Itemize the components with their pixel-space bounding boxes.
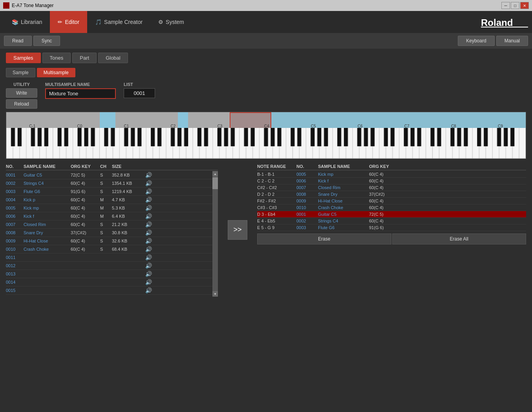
- sample-table-row[interactable]: 0004 Kick p 60(C 4) M 4.7 KB 🔊: [6, 196, 212, 204]
- th-ch: CH: [100, 164, 112, 169]
- bottom-section: NO. SAMPLE NAME ORG KEY CH SIZE 0001 Gui…: [6, 163, 526, 297]
- tab-samples[interactable]: Samples: [6, 53, 41, 63]
- reload-button[interactable]: Reload: [6, 99, 37, 109]
- speaker-icon[interactable]: 🔊: [145, 180, 155, 186]
- editor-icon: ✏: [58, 19, 62, 25]
- ms-th-range: NOTE RANGE: [257, 164, 296, 169]
- speaker-icon[interactable]: 🔊: [145, 221, 155, 228]
- sample-table-row[interactable]: 0006 Kick f 60(C 4) M 6.4 KB 🔊: [6, 212, 212, 221]
- app-icon: [3, 2, 9, 9]
- piano-canvas[interactable]: [6, 128, 526, 159]
- sample-table-row[interactable]: 0012 🔊: [6, 262, 212, 270]
- nav-editor[interactable]: ✏ Editor: [50, 11, 87, 33]
- th-name: SAMPLE NAME: [24, 164, 71, 169]
- keyboard-container: C-1 C0 C1 C2 C3 C4 C5 C6 C7 C8 C9 /* whi…: [6, 112, 526, 159]
- nav-sample-creator-label: Sample Creator: [104, 19, 143, 25]
- sample-table-container: NO. SAMPLE NAME ORG KEY CH SIZE 0001 Gui…: [6, 163, 218, 297]
- nav-librarian[interactable]: 📚 Librarian: [4, 11, 50, 33]
- ms-table-header: NOTE RANGE NO. SAMPLE NAME ORG KEY: [257, 163, 526, 170]
- multisample-name-label: MULTISAMPLE NAME: [45, 82, 116, 87]
- nav-editor-label: Editor: [65, 19, 79, 25]
- th-no: NO.: [6, 164, 24, 169]
- manual-button[interactable]: Manual: [496, 36, 528, 46]
- sample-table-row[interactable]: 0007 Closed Rim 60(C 4) S 21.2 KB 🔊: [6, 221, 212, 229]
- speaker-icon[interactable]: 🔊: [145, 287, 155, 294]
- ms-table-row[interactable]: C#2 - C#2 0007 Closed Rim 60(C 4): [257, 184, 526, 191]
- nav-system[interactable]: ⚙ System: [150, 11, 192, 33]
- sample-table-row[interactable]: 0008 Snare Dry 37(C#2) S 30.8 KB 🔊: [6, 229, 212, 237]
- sample-creator-icon: 🎵: [95, 19, 102, 25]
- roland-logo: Roland: [481, 16, 528, 28]
- list-value: 0001: [124, 88, 155, 98]
- ms-table-row[interactable]: C 2 - C 2 0006 Kick f 60(C 4): [257, 178, 526, 184]
- multisample-name-input[interactable]: [45, 88, 116, 99]
- ms-table-row[interactable]: E 4 - Eb5 0002 Strings C4 60(C 4): [257, 218, 526, 224]
- sample-table-row[interactable]: 0015 🔊: [6, 286, 212, 295]
- speaker-icon[interactable]: 🔊: [145, 279, 155, 285]
- title-bar: E-A7 Tone Manager ─ □ ✕: [0, 0, 532, 11]
- sample-table-row[interactable]: 0010 Crash Choke 60(C 4) S 68.4 KB 🔊: [6, 245, 212, 253]
- nav-bar: 📚 Librarian ✏ Editor 🎵 Sample Creator ⚙ …: [0, 11, 532, 33]
- ms-table-row[interactable]: D 3 - Eb4 0001 Guitar C5 72(C 5): [257, 211, 526, 218]
- speaker-icon[interactable]: 🔊: [145, 238, 155, 244]
- toolbar: Read Sync Keyboard Manual: [0, 33, 532, 49]
- speaker-icon[interactable]: 🔊: [145, 205, 155, 211]
- sample-table-scrollbar[interactable]: ▲ ▼: [212, 171, 218, 297]
- tab-tones[interactable]: Tones: [42, 53, 71, 63]
- tab-global[interactable]: Global: [98, 53, 128, 63]
- keyboard-button[interactable]: Keyboard: [458, 36, 494, 46]
- speaker-icon[interactable]: 🔊: [145, 230, 155, 236]
- write-button[interactable]: Write: [6, 88, 37, 98]
- sync-button[interactable]: Sync: [33, 36, 60, 46]
- th-orgkey: ORG KEY: [71, 164, 100, 169]
- sample-table-row[interactable]: 0005 Kick mp 60(C 4) M 5.3 KB 🔊: [6, 204, 212, 212]
- svg-rect-1: [481, 27, 528, 27]
- ms-table-row[interactable]: C#3 - C#3 0010 Crash Choke 60(C 4): [257, 204, 526, 211]
- multisample-table-container: NOTE RANGE NO. SAMPLE NAME ORG KEY B-1 -…: [257, 163, 526, 297]
- tab-row: Samples Tones Part Global: [6, 53, 526, 63]
- multisample-name-group: MULTISAMPLE NAME: [45, 82, 116, 99]
- add-to-multisample-button[interactable]: >>: [228, 220, 247, 240]
- sub-tab-row: Sample Multisample: [6, 68, 526, 77]
- sub-tab-multisample[interactable]: Multisample: [37, 68, 75, 77]
- speaker-icon[interactable]: 🔊: [145, 271, 155, 277]
- erase-row: Erase Erase All: [257, 233, 526, 244]
- ms-table-row[interactable]: B-1 - B-1 0005 Kick mp 60(C 4): [257, 171, 526, 178]
- ms-table-row[interactable]: F#2 - F#2 0009 Hi-Hat Close 60(C 4): [257, 198, 526, 204]
- sample-table-row[interactable]: 0002 Strings C4 60(C 4) S 1354.1 KB 🔊: [6, 179, 212, 188]
- utility-row: UTILITY Write Reload MULTISAMPLE NAME LI…: [6, 82, 526, 109]
- sub-tab-sample[interactable]: Sample: [6, 68, 35, 77]
- speaker-icon[interactable]: 🔊: [145, 213, 155, 219]
- ms-table-row[interactable]: E 5 - G 9 0003 Flute G6 91(G 6): [257, 224, 526, 231]
- ms-table-body[interactable]: B-1 - B-1 0005 Kick mp 60(C 4) C 2 - C 2…: [257, 171, 526, 231]
- tab-part[interactable]: Part: [72, 53, 97, 63]
- speaker-icon[interactable]: 🔊: [145, 246, 155, 252]
- erase-all-button[interactable]: Erase All: [392, 233, 527, 244]
- utility-label: UTILITY: [6, 82, 37, 87]
- list-group: LIST 0001: [124, 82, 155, 98]
- restore-button[interactable]: □: [511, 2, 519, 9]
- close-button[interactable]: ✕: [520, 2, 529, 9]
- speaker-icon[interactable]: 🔊: [145, 254, 155, 261]
- speaker-icon[interactable]: 🔊: [145, 172, 155, 178]
- sample-table-body[interactable]: 0001 Guitar C5 72(C 5) S 352.8 KB 🔊 0002…: [6, 171, 212, 297]
- nav-sample-creator[interactable]: 🎵 Sample Creator: [87, 11, 150, 33]
- ms-th-name: SAMPLE NAME: [318, 164, 369, 169]
- speaker-icon[interactable]: 🔊: [145, 263, 155, 269]
- minimize-button[interactable]: ─: [501, 2, 510, 9]
- read-button[interactable]: Read: [4, 36, 32, 46]
- sample-table-scroll-wrapper: 0001 Guitar C5 72(C 5) S 352.8 KB 🔊 0002…: [6, 171, 218, 297]
- list-label: LIST: [124, 82, 155, 87]
- speaker-icon[interactable]: 🔊: [145, 197, 155, 203]
- window-title: E-A7 Tone Manager: [12, 3, 499, 8]
- sample-table-row[interactable]: 0003 Flute G6 91(G 6) S 1219.4 KB 🔊: [6, 188, 212, 196]
- sample-table-row[interactable]: 0013 🔊: [6, 270, 212, 278]
- ms-table-row[interactable]: D 2 - D 2 0008 Snare Dry 37(C#2): [257, 191, 526, 198]
- sample-table-row[interactable]: 0001 Guitar C5 72(C 5) S 352.8 KB 🔊: [6, 171, 212, 179]
- erase-button[interactable]: Erase: [257, 233, 391, 244]
- speaker-icon[interactable]: 🔊: [145, 188, 155, 195]
- sample-table-row[interactable]: 0014 🔊: [6, 278, 212, 286]
- sample-table-row[interactable]: 0011 🔊: [6, 253, 212, 262]
- sample-table-row[interactable]: 0009 Hi-Hat Close 60(C 4) S 32.6 KB 🔊: [6, 237, 212, 245]
- librarian-icon: 📚: [12, 19, 18, 25]
